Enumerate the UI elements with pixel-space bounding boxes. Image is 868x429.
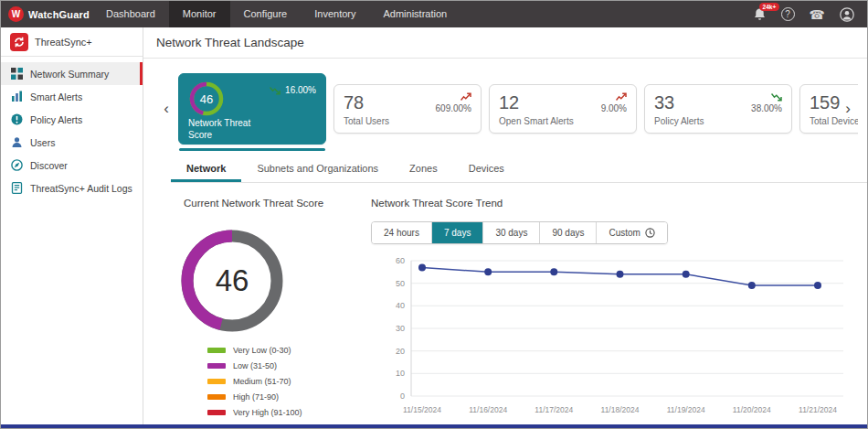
document-icon — [10, 182, 23, 194]
watchguard-logo[interactable]: W WatchGuard — [8, 6, 92, 22]
trend-up-icon — [460, 92, 471, 102]
topbar-actions: 24k+ ? ☎ — [753, 7, 867, 22]
range-7-days[interactable]: 7 days — [432, 222, 483, 243]
svg-text:11/20/2024: 11/20/2024 — [733, 405, 771, 414]
sidebar-item-network-summary[interactable]: Network Summary — [1, 62, 143, 85]
kpi-delta: 38.00% — [751, 92, 782, 113]
mini-gauge-value: 46 — [188, 80, 225, 117]
help-icon[interactable]: ? — [781, 7, 795, 21]
kpi-delta: 609.00% — [436, 92, 471, 113]
notifications-bell-icon[interactable]: 24k+ — [753, 7, 767, 21]
range-custom[interactable]: Custom — [597, 222, 666, 243]
sidebar-item-label: Users — [30, 137, 55, 148]
app-window: W WatchGuard Dashboard Monitor Configure… — [0, 0, 868, 429]
clock-icon — [645, 228, 655, 238]
nav-monitor[interactable]: Monitor — [169, 1, 230, 27]
legend-label: Medium (51-70) — [233, 377, 291, 386]
tab-subnets-and-organizations[interactable]: Subnets and Organizations — [241, 156, 394, 182]
nav-configure[interactable]: Configure — [230, 1, 302, 27]
sidebar-item-discover[interactable]: Discover — [1, 154, 143, 177]
gauge-value: 46 — [178, 227, 286, 335]
legend-item: Very High (91-100) — [207, 408, 371, 417]
main-content: Network Threat Landscape ‹ — [143, 27, 867, 424]
sidebar-item-label: Discover — [30, 160, 68, 171]
sidebar-item-audit-logs[interactable]: ThreatSync+ Audit Logs — [1, 177, 143, 199]
notification-badge: 24k+ — [759, 3, 780, 11]
carousel-next-button[interactable]: › — [838, 66, 858, 152]
section-tabs: Network Subnets and Organizations Zones … — [171, 156, 867, 183]
trend-down-icon — [771, 92, 782, 102]
phone-icon[interactable]: ☎ — [810, 8, 825, 21]
range-label: 30 days — [495, 228, 527, 238]
svg-text:11/16/2024: 11/16/2024 — [469, 405, 507, 414]
range-label: 24 hours — [384, 228, 419, 238]
gauge-title: Current Network Threat Score — [184, 198, 371, 209]
svg-text:11/15/2024: 11/15/2024 — [403, 405, 441, 414]
legend-item: Very Low (0-30) — [207, 346, 371, 355]
legend-swatch — [207, 379, 226, 384]
svg-text:11/17/2024: 11/17/2024 — [535, 405, 573, 414]
kpi-card-policy-alerts[interactable]: 33 Policy Alerts 38.00% — [644, 84, 792, 134]
question-mark-icon: ? — [781, 7, 795, 21]
svg-text:0: 0 — [400, 391, 405, 401]
kpi-cards: 46 16.00% Network Threat Score 78 Total … — [178, 66, 858, 152]
nav-administration[interactable]: Administration — [369, 1, 460, 27]
telephone-glyph: ☎ — [810, 8, 825, 21]
gauge-legend: Very Low (0-30) Low (31-50) Medium (51-7… — [207, 346, 371, 417]
kpi-label: Total Users — [344, 116, 471, 126]
time-range-selector: 24 hours 7 days 30 days 90 days Custom — [371, 221, 668, 244]
exclamation-icon — [10, 113, 23, 125]
svg-text:20: 20 — [396, 347, 405, 356]
threat-score-trend-panel: Network Threat Score Trend 24 hours 7 da… — [371, 198, 858, 424]
kpi-delta-value: 38.00% — [751, 103, 782, 113]
kpi-card-total-users[interactable]: 78 Total Users 609.00% — [333, 84, 482, 134]
bar-chart-icon — [10, 91, 23, 102]
kpi-label: Network Threat Score — [188, 118, 270, 141]
range-label: 7 days — [444, 228, 471, 238]
tab-network[interactable]: Network — [171, 156, 241, 182]
watchguard-logo-icon: W — [8, 6, 24, 22]
range-90-days[interactable]: 90 days — [540, 222, 597, 243]
kpi-delta-value: 609.00% — [436, 103, 471, 113]
kpi-label: Open Smart Alerts — [499, 116, 627, 126]
top-navbar: W WatchGuard Dashboard Monitor Configure… — [1, 1, 867, 27]
kpi-card-network-threat-score[interactable]: 46 16.00% Network Threat Score — [178, 73, 326, 145]
product-header: ThreatSync+ — [1, 27, 143, 57]
nav-inventory[interactable]: Inventory — [301, 1, 369, 27]
carousel-prev-button[interactable]: ‹ — [156, 66, 176, 152]
product-name: ThreatSync+ — [35, 37, 92, 48]
bottom-accent-bar — [1, 424, 867, 428]
sidebar-item-label: Smart Alerts — [30, 91, 82, 102]
threat-score-trend-chart: 010203040506011/15/202411/16/202411/17/2… — [371, 253, 858, 424]
kpi-delta: 9.00% — [601, 92, 627, 113]
sidebar-item-users[interactable]: Users — [1, 131, 143, 154]
trend-title: Network Threat Score Trend — [371, 198, 858, 209]
sidebar-item-label: Network Summary — [30, 69, 109, 80]
sidebar-item-smart-alerts[interactable]: Smart Alerts — [1, 85, 143, 108]
account-icon[interactable] — [840, 7, 854, 22]
threat-score-gauge: 46 — [178, 227, 286, 335]
top-nav: Dashboard Monitor Configure Inventory Ad… — [92, 1, 460, 27]
kpi-card-open-smart-alerts[interactable]: 12 Open Smart Alerts 9.00% — [489, 84, 637, 134]
svg-text:50: 50 — [396, 279, 405, 288]
legend-item: Medium (51-70) — [207, 377, 371, 386]
kpi-carousel: ‹ 46 — [156, 66, 858, 152]
mini-threat-gauge: 46 — [188, 80, 225, 117]
svg-text:11/21/2024: 11/21/2024 — [799, 405, 837, 414]
nav-dashboard[interactable]: Dashboard — [92, 1, 169, 27]
kpi-delta-value: 9.00% — [601, 103, 627, 113]
threatsync-logo-icon — [10, 33, 28, 51]
sidebar-item-label: ThreatSync+ Audit Logs — [30, 183, 132, 194]
range-30-days[interactable]: 30 days — [483, 222, 540, 243]
range-label: 90 days — [552, 228, 584, 238]
svg-text:11/19/2024: 11/19/2024 — [667, 405, 705, 414]
kpi-delta: 16.00% — [270, 85, 316, 95]
range-24-hours[interactable]: 24 hours — [372, 222, 432, 243]
tab-zones[interactable]: Zones — [394, 156, 453, 182]
legend-label: Very Low (0-30) — [233, 346, 291, 355]
sidebar-item-policy-alerts[interactable]: Policy Alerts — [1, 108, 143, 131]
legend-swatch — [207, 410, 226, 415]
svg-text:60: 60 — [396, 256, 405, 265]
tab-devices[interactable]: Devices — [453, 156, 520, 182]
legend-swatch — [207, 394, 226, 400]
